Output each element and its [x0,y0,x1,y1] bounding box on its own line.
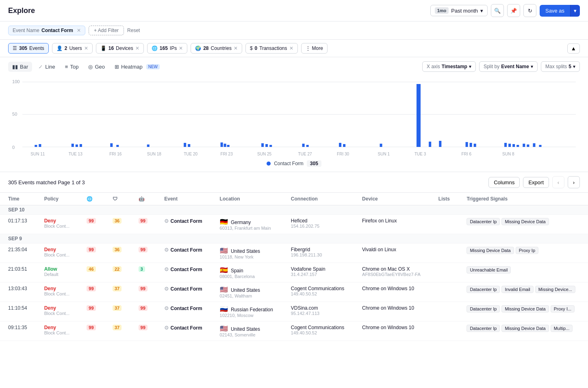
save-as-caret[interactable]: ▾ [570,5,580,17]
col-device: Device [354,193,430,205]
svg-rect-11 [110,143,113,147]
row-score1: 99 [78,282,104,302]
svg-text:TUE 27: TUE 27 [298,152,312,156]
row-location: 🇺🇸 United States 10118, New York [212,244,283,263]
svg-rect-37 [523,144,525,147]
row-connection: Cogent Communications 149.40.50.52 [283,321,354,341]
connection-ip: 196.198.211.30 [291,252,346,257]
location-name: United States [231,326,260,332]
split-by-value: Event Name [501,64,529,69]
top-bar-actions: 1mo Past month ▾ 🔍 📌 ↻ Save as ▾ [430,4,580,17]
svg-text:50: 50 [12,112,17,116]
policy-status: Deny [44,286,56,291]
svg-text:0: 0 [12,145,15,150]
row-signals: Datacenter IpMissing Device Data [458,215,588,234]
svg-rect-34 [508,144,511,147]
col-policy: Policy [36,193,79,205]
collapse-button[interactable]: ▲ [567,43,580,54]
countries-close-icon[interactable]: ✕ [234,45,238,51]
metric-events[interactable]: ☰ 305 Events [8,43,49,54]
row-connection: Cogent Communications 149.40.50.52 [283,282,354,302]
row-lists [430,215,459,234]
globe-col-icon: 🌐 [87,196,93,202]
row-location: 🇺🇸 United States 02451, Waltham [212,282,283,302]
svg-rect-17 [224,144,226,147]
chart-type-geo[interactable]: ◎ Geo [84,62,109,72]
gear-icon: ⚙ [164,266,169,272]
location-sub: 02143, Somerville [220,332,275,337]
time-selector[interactable]: 1mo Past month ▾ [430,5,488,16]
chart-type-bar[interactable]: ▮▮ Bar [8,62,32,72]
metric-transactions[interactable]: $ 0 Transactions ✕ [245,43,298,54]
row-location: 🇷🇺 Russian Federation 102210, Moscow [212,302,283,321]
shield-col-icon: 🛡 [113,196,117,202]
chart-type-top[interactable]: ≡ Top [61,62,83,72]
svg-rect-12 [116,145,119,147]
country-flag: 🇺🇸 [220,325,228,332]
refresh-button[interactable]: ↻ [523,4,536,17]
signal-tag: Unreachable Email [466,266,511,274]
row-event: ⚙ Contact Form [156,244,211,263]
connection-name: Vodafone Spain [291,266,346,272]
split-by-label: Split by [484,64,499,69]
chart-type-line[interactable]: ⟋ Line [34,62,59,72]
score1-value: 46 [87,266,95,272]
time-label: Past month [451,8,478,14]
next-page-button[interactable]: › [568,176,580,188]
score2-value: 36 [113,247,122,252]
row-policy: Allow Default [36,263,79,282]
table-row[interactable]: 13:03:43 Deny Block Cont... 99 37 99 ⚙ C… [0,282,588,302]
table-row[interactable]: 21:03:51 Allow Default 46 22 3 ⚙ Contact… [0,263,588,282]
svg-rect-15 [188,144,190,147]
metric-more[interactable]: ⋮ More [301,43,328,54]
ips-close-icon[interactable]: ✕ [179,45,183,51]
metric-ips[interactable]: 🌐 165 IPs ✕ [147,43,187,54]
events-label: Events [29,45,44,51]
search-button[interactable]: 🔍 [491,4,504,17]
table-container: Time Policy 🌐 🛡 🤖 Event Location Connect… [0,193,588,341]
col-event: Event [156,193,211,205]
transactions-close-icon[interactable]: ✕ [289,45,293,51]
devices-close-icon[interactable]: ✕ [135,45,139,51]
save-as-button[interactable]: Save as [540,5,570,17]
row-device: Vivaldi on Linux [354,244,430,263]
reset-button[interactable]: Reset [127,28,140,33]
countries-count: 28 [203,45,208,51]
device-name: Chrome on Windows 10 [362,305,422,311]
prev-page-button[interactable]: ‹ [552,176,564,188]
pin-button[interactable]: 📌 [507,4,520,17]
connection-name: Heficed [291,218,346,224]
add-filter-button[interactable]: + Add Filter [89,26,124,35]
columns-button[interactable]: Columns [488,177,520,188]
connection-ip: 149.40.50.52 [291,291,346,296]
metric-countries[interactable]: 🌍 28 Countries ✕ [191,43,242,54]
table-row[interactable]: 01:17:13 Deny Block Cont... 99 36 99 ⚙ C… [0,215,588,234]
row-signals: Datacenter IpMissing Device DataProxy I.… [458,302,588,321]
svg-text:FRI 6: FRI 6 [462,152,472,156]
export-button[interactable]: Export [523,177,549,188]
max-splits-selector[interactable]: Max splits 5 ▾ [541,61,580,72]
metric-users[interactable]: 👤 2 Users ✕ [52,43,93,54]
svg-rect-9 [76,144,78,147]
table-row[interactable]: 11:10:54 Deny Block Cont... 99 37 99 ⚙ C… [0,302,588,321]
table-row[interactable]: 09:11:35 Deny Block Cont... 99 37 99 ⚙ C… [0,321,588,341]
metric-bar-right: ▲ [567,43,580,54]
signal-tag: Missing Device Data [501,218,549,225]
chart-type-heatmap[interactable]: ⊞ Heatmap NEW [111,62,164,72]
users-close-icon[interactable]: ✕ [84,45,88,51]
table-row[interactable]: 21:35:04 Deny Block Cont... 99 36 99 ⚙ C… [0,244,588,263]
score1-value: 99 [87,218,95,224]
metric-devices[interactable]: 📱 16 Devices ✕ [96,43,144,54]
row-time: 13:03:43 [0,282,36,302]
row-event: ⚙ Contact Form [156,302,211,321]
row-score1: 46 [78,263,104,282]
row-score1: 99 [78,321,104,341]
filter-close-icon[interactable]: ✕ [77,28,81,33]
row-event: ⚙ Contact Form [156,215,211,234]
legend-count: 305 [307,160,321,167]
signal-tag: Multip... [551,325,573,332]
event-filter-pill[interactable]: Event Name Contact Form ✕ [8,26,85,35]
svg-text:SUN 8: SUN 8 [502,152,514,156]
split-by-selector[interactable]: Split by Event Name ▾ [479,61,538,72]
x-axis-selector[interactable]: X axis Timestamp ▾ [422,61,476,72]
